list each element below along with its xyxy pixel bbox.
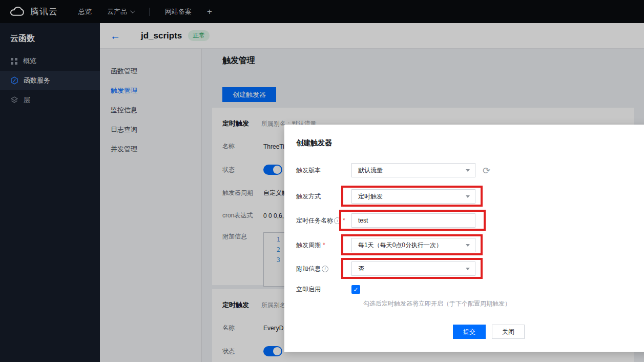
caret-down-icon: [466, 244, 470, 247]
enable-now-checkbox[interactable]: ✓: [351, 285, 360, 294]
caret-down-icon: [466, 268, 470, 270]
highlight-box: [351, 213, 475, 228]
extra-info-select[interactable]: 否: [351, 262, 475, 276]
caret-down-icon: [466, 195, 470, 198]
field-label: 附加信息: [296, 265, 321, 273]
task-name-input[interactable]: [351, 213, 475, 228]
highlight-box: 否: [351, 262, 475, 276]
field-label: 立即启用: [296, 285, 351, 294]
field-label: 触发版本: [296, 166, 351, 175]
create-trigger-dialog: 创建触发器 触发版本 默认流量 ⟳ 触发方式 定时触发 定时任务名称 i *: [284, 125, 644, 352]
highlight-box: 每1天（每天0点0分执行一次）: [351, 238, 475, 252]
highlight-box: 定时触发: [351, 189, 475, 204]
dialog-title: 创建触发器: [296, 138, 332, 148]
close-button[interactable]: 关闭: [492, 325, 525, 339]
field-label: 定时任务名称: [296, 216, 333, 225]
info-icon[interactable]: i: [322, 266, 328, 272]
required-asterisk: *: [323, 242, 325, 249]
field-label: 触发周期: [296, 241, 321, 250]
version-select[interactable]: 默认流量: [351, 163, 475, 177]
trigger-period-select[interactable]: 每1天（每天0点0分执行一次）: [351, 238, 475, 252]
check-icon: ✓: [353, 286, 358, 293]
field-label: 触发方式: [296, 192, 351, 201]
enable-hint-text: 勾选后定时触发器将立即开启（于下个配置周期触发）: [363, 299, 511, 308]
required-asterisk: *: [343, 217, 345, 224]
info-icon[interactable]: i: [334, 217, 341, 224]
caret-down-icon: [466, 169, 470, 172]
refresh-icon[interactable]: ⟳: [483, 165, 490, 176]
trigger-type-select[interactable]: 定时触发: [351, 189, 475, 204]
submit-button[interactable]: 提交: [453, 325, 486, 339]
